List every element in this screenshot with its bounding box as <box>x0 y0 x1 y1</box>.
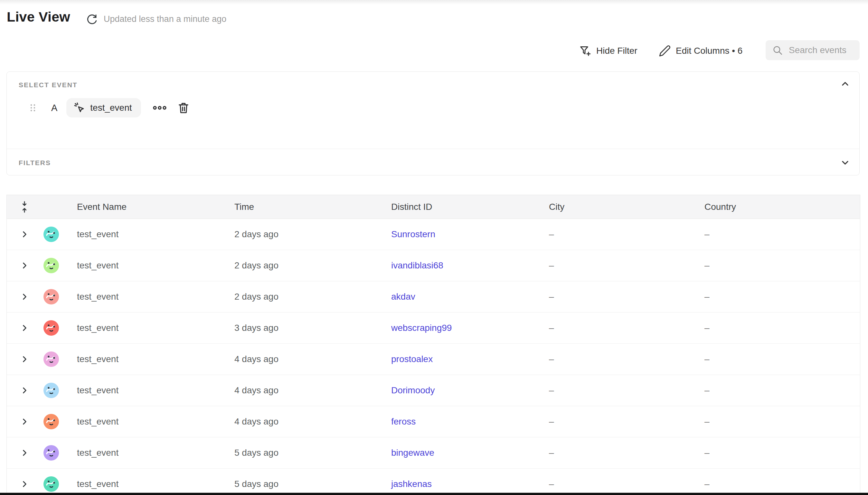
avatar[interactable] <box>44 445 59 461</box>
distinct-id-link[interactable]: ivandiblasi68 <box>391 260 443 270</box>
table-header-row: Event Name Time Distinct ID City Country <box>7 195 860 219</box>
bottom-edge-bar <box>0 493 868 495</box>
distinct-id-link[interactable]: feross <box>391 416 416 426</box>
chevron-right-icon <box>20 355 29 363</box>
avatar[interactable] <box>44 226 59 242</box>
city-cell: – <box>549 354 704 364</box>
delete-event-button[interactable] <box>176 101 191 115</box>
table-row: test_event 5 days ago bingewave – – <box>7 438 860 468</box>
row-expander-button[interactable] <box>18 322 31 335</box>
filters-section-row[interactable]: FILTERS <box>7 149 859 176</box>
distinct-id-link[interactable]: bingewave <box>391 448 434 458</box>
click-cursor-icon <box>73 102 86 114</box>
chevron-down-icon <box>840 157 850 168</box>
table-row: test_event 2 days ago akdav – – <box>7 281 860 312</box>
row-expander-button[interactable] <box>18 478 31 491</box>
avatar[interactable] <box>44 289 59 305</box>
chevron-right-icon <box>20 261 29 270</box>
time-cell: 2 days ago <box>234 229 391 239</box>
chevron-right-icon <box>20 324 29 332</box>
hide-filter-label: Hide Filter <box>596 46 637 56</box>
chevron-right-icon <box>20 417 29 426</box>
expand-filters-button[interactable] <box>839 157 851 168</box>
query-panel: SELECT EVENT A test_event <box>6 71 860 175</box>
country-cell: – <box>704 229 861 239</box>
country-cell: – <box>704 385 861 395</box>
event-name-cell: test_event <box>77 354 234 364</box>
avatar[interactable] <box>44 258 59 273</box>
edit-columns-label: Edit Columns • 6 <box>676 46 743 56</box>
event-options-button[interactable] <box>153 101 167 114</box>
country-cell: – <box>704 479 861 489</box>
search-icon <box>772 45 783 56</box>
row-expander-button[interactable] <box>18 384 31 397</box>
event-name-cell: test_event <box>77 448 234 458</box>
city-cell: – <box>549 448 704 458</box>
table-row: test_event 5 days ago jashkenas – – <box>7 468 860 495</box>
distinct-id-link[interactable]: Sunrostern <box>391 229 435 239</box>
distinct-id-link[interactable]: webscraping99 <box>391 323 452 333</box>
country-cell: – <box>704 354 861 364</box>
column-header-time: Time <box>234 202 391 212</box>
chevron-right-icon <box>20 230 29 238</box>
search-input[interactable] <box>788 45 857 56</box>
time-cell: 2 days ago <box>234 292 391 302</box>
refresh-button[interactable] <box>86 13 99 26</box>
filters-label: FILTERS <box>19 159 51 167</box>
country-cell: – <box>704 323 861 333</box>
country-cell: – <box>704 292 861 302</box>
collapse-select-event-button[interactable] <box>839 78 851 90</box>
row-expander-button[interactable] <box>18 228 31 241</box>
table-row: test_event 3 days ago webscraping99 – – <box>7 312 860 344</box>
avatar[interactable] <box>44 352 59 367</box>
refresh-icon <box>86 14 98 25</box>
search-box[interactable] <box>766 40 860 60</box>
distinct-id-link[interactable]: akdav <box>391 292 415 302</box>
time-cell: 4 days ago <box>234 385 391 395</box>
drag-handle-icon[interactable] <box>29 103 36 112</box>
distinct-id-link[interactable]: Dorimoody <box>391 385 435 395</box>
edit-columns-button[interactable]: Edit Columns • 6 <box>659 42 743 60</box>
time-cell: 2 days ago <box>234 260 391 271</box>
top-scroll-shadow <box>0 0 868 4</box>
time-cell: 5 days ago <box>234 479 391 489</box>
distinct-id-link[interactable]: jashkenas <box>391 479 432 489</box>
event-chip-label: test_event <box>90 103 132 113</box>
avatar[interactable] <box>44 476 59 492</box>
event-chip[interactable]: test_event <box>66 98 141 118</box>
column-header-city: City <box>549 202 704 212</box>
table-row: test_event 2 days ago ivandiblasi68 – – <box>7 250 860 281</box>
collapse-rows-button[interactable] <box>17 200 32 214</box>
country-cell: – <box>704 416 861 427</box>
city-cell: – <box>549 229 704 239</box>
distinct-id-link[interactable]: prostoalex <box>391 354 433 364</box>
row-expander-button[interactable] <box>18 353 31 365</box>
hide-filter-button[interactable]: Hide Filter <box>579 42 637 60</box>
avatar[interactable] <box>44 320 59 336</box>
column-header-country: Country <box>704 202 861 212</box>
event-name-cell: test_event <box>77 260 234 271</box>
event-name-cell: test_event <box>77 479 234 489</box>
city-cell: – <box>549 479 704 489</box>
time-cell: 4 days ago <box>234 354 391 364</box>
avatar[interactable] <box>44 414 59 429</box>
collapse-vertical-icon <box>19 201 30 213</box>
events-table: Event Name Time Distinct ID City Country <box>6 195 860 495</box>
table-row: test_event 4 days ago Dorimoody – – <box>7 375 860 406</box>
table-body: test_event 2 days ago Sunrostern – – <box>7 219 860 495</box>
row-expander-button[interactable] <box>18 259 31 272</box>
column-header-event-name: Event Name <box>77 202 234 212</box>
avatar[interactable] <box>44 383 59 398</box>
pencil-icon <box>659 45 671 57</box>
city-cell: – <box>549 292 704 302</box>
trash-icon <box>177 101 190 114</box>
row-expander-button[interactable] <box>18 446 31 459</box>
row-expander-button[interactable] <box>18 290 31 303</box>
chevron-right-icon <box>20 449 29 457</box>
time-cell: 5 days ago <box>234 448 391 458</box>
city-cell: – <box>549 416 704 427</box>
row-expander-button[interactable] <box>18 415 31 428</box>
chevron-up-icon <box>840 79 850 89</box>
event-name-cell: test_event <box>77 416 234 427</box>
event-clause-row: A test_event <box>7 98 191 118</box>
